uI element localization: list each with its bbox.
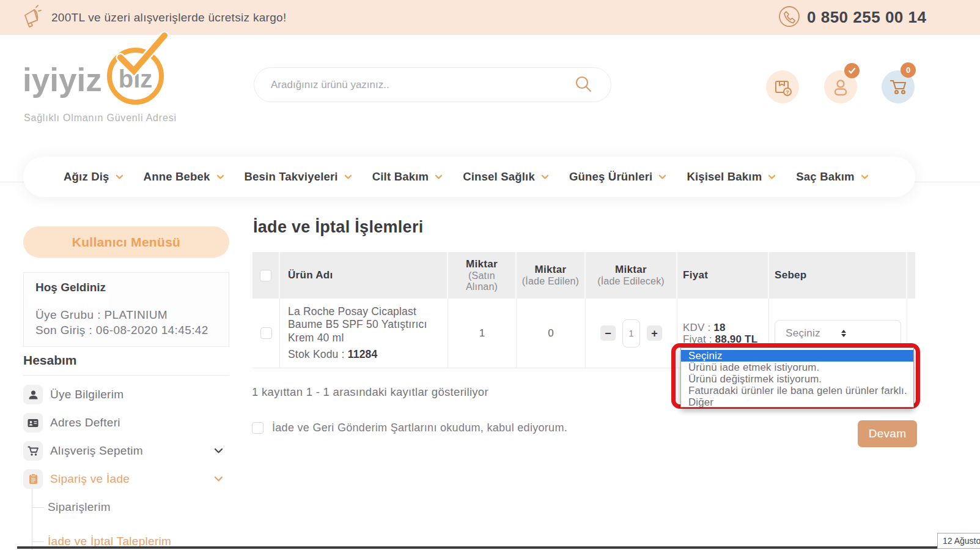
last-login: Son Giriş : 06-08-2020 14:45:42 — [35, 324, 208, 337]
qty-input[interactable]: 1 — [622, 319, 640, 347]
phone-contact[interactable]: 0 850 255 00 14 — [778, 0, 926, 35]
sidebar-item-siparislerim[interactable]: Siparişlerim — [32, 500, 227, 514]
dropdown-option[interactable]: Ürünü iade etmek istiyorum. — [681, 362, 913, 373]
chevron-down-icon — [435, 174, 443, 180]
dropdown-option[interactable]: Faturadaki ürünler ile bana gelen ürünle… — [681, 385, 913, 396]
announcement-text: 200TL ve üzeri alışverişlerde ücretsiz k… — [51, 11, 287, 24]
kdv-line: KDV : 18 — [683, 322, 768, 333]
chevron-down-icon — [214, 445, 223, 456]
agreement-row: İade ve Geri Gönderim Şartlarını okudum,… — [252, 422, 567, 434]
nav-item-anne-bebek[interactable]: Anne Bebek — [144, 170, 224, 184]
bottom-divider — [17, 546, 937, 549]
user-menu-button[interactable]: Kullanıcı Menüsü — [23, 226, 229, 258]
sidebar-item-adres-defteri[interactable]: Adres Defteri — [23, 413, 229, 433]
clipboard-icon — [23, 469, 43, 489]
phone-icon — [778, 6, 800, 30]
account-button[interactable] — [824, 70, 857, 103]
welcome-title: Hoş Geldiniz — [35, 281, 106, 294]
agreement-label: İade ve Geri Gönderim Şartlarını okudum,… — [272, 422, 567, 434]
chevron-down-icon — [861, 174, 869, 180]
nav-item-sac-bakim[interactable]: Saç Bakım — [796, 170, 868, 184]
logo-text: iyiyiz — [23, 61, 102, 98]
continue-button[interactable]: Devam — [858, 420, 917, 447]
dropdown-option[interactable]: Ürünü değiştirmek istiyorum. — [681, 373, 913, 385]
svg-text:?: ? — [786, 89, 789, 95]
qty-purchased: 1 — [479, 327, 485, 340]
col-fiyat: Fiyat — [683, 269, 768, 281]
sidebar-item-siparis-ve-iade[interactable]: Sipariş ve İade — [23, 469, 229, 489]
select-all-checkbox[interactable] — [260, 270, 271, 281]
chevron-down-icon — [344, 174, 352, 180]
plus-button[interactable]: + — [647, 325, 662, 341]
chevron-down-icon — [216, 174, 224, 180]
date-tooltip: 12 Ağusto — [937, 533, 980, 549]
col-sebep: Sebep — [775, 269, 906, 281]
user-icon — [831, 77, 850, 97]
user-icon — [23, 385, 43, 404]
chevron-down-icon — [768, 174, 776, 180]
qty-returned: 0 — [548, 327, 553, 340]
nav-item-cinsel-saglik[interactable]: Cinsel Sağlık — [463, 170, 549, 184]
member-group: Üye Grubu : PLATINIUM — [35, 308, 168, 322]
divider — [23, 375, 229, 376]
megaphone-icon — [21, 5, 42, 31]
sidebar-item-uye-bilgilerim[interactable]: Üye Bilgilerim — [23, 385, 229, 404]
order-tracking-button[interactable]: ? — [766, 70, 799, 103]
chevron-down-icon — [541, 174, 549, 180]
row-checkbox[interactable] — [260, 327, 272, 339]
dropdown-option[interactable]: Diğer — [681, 396, 913, 408]
account-verified-badge — [844, 63, 860, 78]
search-bar[interactable] — [254, 67, 611, 102]
table-header: Ürün Adı Miktar(Satın Alınan) Miktar(İad… — [252, 252, 915, 299]
minus-button[interactable]: − — [600, 325, 616, 341]
reason-select[interactable]: Seçiniz — [775, 320, 901, 347]
select-arrows-icon — [831, 330, 846, 337]
qty-stepper: − 1 + — [600, 319, 662, 347]
cart-count-badge: 0 — [901, 62, 916, 78]
chevron-down-icon — [658, 174, 666, 180]
cart-icon — [23, 441, 43, 461]
search-input[interactable] — [271, 79, 574, 91]
user-name-redacted — [29, 295, 108, 308]
package-question-icon: ? — [773, 77, 792, 97]
dropdown-option[interactable]: Seçiniz — [681, 350, 913, 362]
logo-tagline: Sağlıklı Olmanın Güvenli Adresi — [24, 113, 177, 124]
nav-item-kisisel-bakim[interactable]: Kişisel Bakım — [687, 170, 776, 184]
search-icon[interactable] — [574, 75, 592, 95]
reason-dropdown: Seçiniz Ürünü iade etmek istiyorum. Ürün… — [680, 347, 914, 407]
logo-checkmark-icon — [113, 32, 186, 102]
stock-code: Stok Kodu : 11284 — [288, 348, 448, 361]
nav-item-gunes-urunleri[interactable]: Güneş Ürünleri — [569, 170, 666, 184]
chevron-down-icon — [214, 474, 223, 485]
page-title: İade ve İptal İşlemleri — [253, 218, 424, 237]
main-nav: Ağız Diş Anne Bebek Besin Takviyeleri Ci… — [23, 157, 915, 197]
announcement-bar: 200TL ve üzeri alışverişlerde ücretsiz k… — [0, 0, 980, 35]
agreement-checkbox[interactable] — [252, 422, 263, 434]
sidebar-item-alisveris-sepetim[interactable]: Alışveriş Sepetim — [23, 441, 229, 461]
phone-number: 0 850 255 00 14 — [807, 8, 926, 27]
welcome-box: Hoş Geldiniz Üye Grubu : PLATINIUM Son G… — [23, 272, 229, 347]
cart-icon — [888, 76, 908, 97]
nav-item-cilt-bakim[interactable]: Cilt Bakım — [372, 170, 443, 184]
cart-button[interactable]: 0 — [882, 70, 915, 103]
chevron-down-icon — [116, 174, 123, 180]
address-card-icon — [23, 413, 43, 433]
nav-item-besin-takviyeleri[interactable]: Besin Takviyeleri — [245, 170, 352, 184]
records-info: 1 kayıttan 1 - 1 arasındaki kayıtlar gös… — [252, 385, 488, 399]
account-section-title: Hesabım — [23, 353, 77, 368]
col-urun-adi: Ürün Adı — [288, 269, 447, 281]
product-name[interactable]: La Roche Posay Cicaplast Baume B5 SPF 50… — [288, 305, 448, 345]
logo[interactable]: iyiyiz bız Sağlıklı Olmanın Güvenli Adre… — [21, 44, 217, 127]
nav-item-agiz-dis[interactable]: Ağız Diş — [64, 170, 123, 184]
